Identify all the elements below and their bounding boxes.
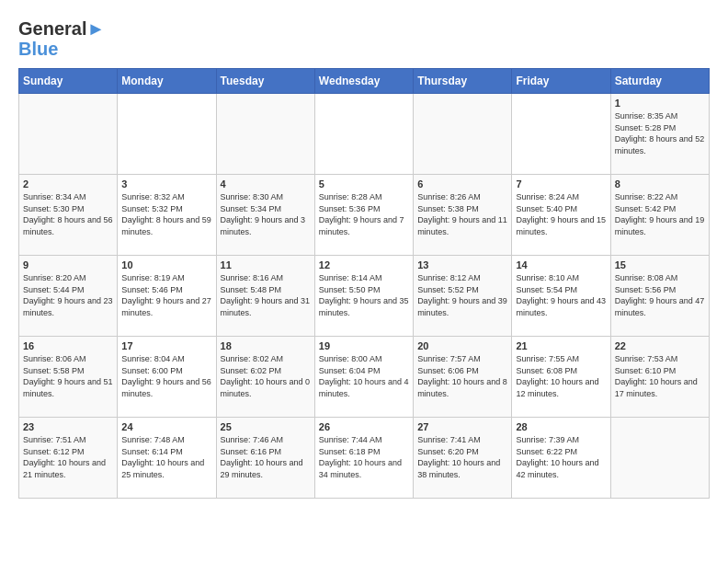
calendar-week-1: 1Sunrise: 8:35 AM Sunset: 5:28 PM Daylig… bbox=[19, 94, 710, 175]
day-number: 19 bbox=[319, 340, 409, 351]
day-info: Sunrise: 8:19 AM Sunset: 5:46 PM Dayligh… bbox=[121, 272, 211, 318]
calendar-header-row: SundayMondayTuesdayWednesdayThursdayFrid… bbox=[19, 69, 710, 94]
logo-line1: General► bbox=[18, 18, 105, 39]
day-info: Sunrise: 8:34 AM Sunset: 5:30 PM Dayligh… bbox=[23, 191, 113, 237]
day-info: Sunrise: 8:00 AM Sunset: 6:04 PM Dayligh… bbox=[319, 353, 409, 399]
calendar-header-monday: Monday bbox=[118, 69, 216, 94]
logo: General► Blue bbox=[18, 18, 105, 59]
day-info: Sunrise: 8:16 AM Sunset: 5:48 PM Dayligh… bbox=[221, 272, 311, 318]
day-info: Sunrise: 8:14 AM Sunset: 5:50 PM Dayligh… bbox=[319, 272, 409, 318]
calendar-header-tuesday: Tuesday bbox=[216, 69, 314, 94]
day-number: 8 bbox=[615, 178, 705, 190]
calendar-cell: 27Sunrise: 7:41 AM Sunset: 6:20 PM Dayli… bbox=[414, 418, 512, 499]
calendar-cell bbox=[314, 94, 413, 175]
day-info: Sunrise: 8:35 AM Sunset: 5:28 PM Dayligh… bbox=[615, 110, 705, 156]
day-info: Sunrise: 8:20 AM Sunset: 5:44 PM Dayligh… bbox=[23, 272, 113, 318]
page-header: General► Blue bbox=[18, 18, 710, 59]
calendar-body: 1Sunrise: 8:35 AM Sunset: 5:28 PM Daylig… bbox=[19, 94, 710, 499]
day-info: Sunrise: 7:48 AM Sunset: 6:14 PM Dayligh… bbox=[121, 434, 211, 480]
day-number: 22 bbox=[615, 340, 705, 351]
day-info: Sunrise: 8:06 AM Sunset: 5:58 PM Dayligh… bbox=[23, 353, 113, 399]
calendar-cell bbox=[512, 94, 610, 175]
calendar-cell bbox=[414, 94, 512, 175]
day-number: 25 bbox=[221, 421, 311, 432]
day-number: 23 bbox=[23, 421, 113, 432]
day-number: 16 bbox=[23, 340, 113, 351]
day-info: Sunrise: 8:22 AM Sunset: 5:42 PM Dayligh… bbox=[615, 191, 705, 237]
day-number: 6 bbox=[417, 178, 507, 190]
day-info: Sunrise: 8:28 AM Sunset: 5:36 PM Dayligh… bbox=[319, 191, 409, 237]
day-info: Sunrise: 7:41 AM Sunset: 6:20 PM Dayligh… bbox=[417, 434, 507, 480]
day-number: 11 bbox=[221, 259, 311, 270]
calendar-cell: 14Sunrise: 8:10 AM Sunset: 5:54 PM Dayli… bbox=[512, 256, 610, 337]
calendar-week-5: 23Sunrise: 7:51 AM Sunset: 6:12 PM Dayli… bbox=[19, 418, 710, 499]
day-number: 10 bbox=[121, 259, 211, 270]
calendar-cell: 25Sunrise: 7:46 AM Sunset: 6:16 PM Dayli… bbox=[216, 418, 314, 499]
day-number: 15 bbox=[615, 259, 705, 270]
day-number: 12 bbox=[319, 259, 409, 270]
day-info: Sunrise: 8:08 AM Sunset: 5:56 PM Dayligh… bbox=[615, 272, 705, 318]
calendar-cell: 22Sunrise: 7:53 AM Sunset: 6:10 PM Dayli… bbox=[610, 337, 709, 418]
calendar-cell: 16Sunrise: 8:06 AM Sunset: 5:58 PM Dayli… bbox=[19, 337, 118, 418]
day-info: Sunrise: 8:10 AM Sunset: 5:54 PM Dayligh… bbox=[516, 272, 606, 318]
calendar-cell: 3Sunrise: 8:32 AM Sunset: 5:32 PM Daylig… bbox=[118, 175, 216, 256]
calendar-cell: 13Sunrise: 8:12 AM Sunset: 5:52 PM Dayli… bbox=[414, 256, 512, 337]
calendar-cell: 11Sunrise: 8:16 AM Sunset: 5:48 PM Dayli… bbox=[216, 256, 314, 337]
day-number: 1 bbox=[615, 98, 705, 109]
day-number: 3 bbox=[121, 178, 211, 190]
day-number: 24 bbox=[121, 421, 211, 432]
calendar-week-2: 2Sunrise: 8:34 AM Sunset: 5:30 PM Daylig… bbox=[19, 175, 710, 256]
calendar-cell: 6Sunrise: 8:26 AM Sunset: 5:38 PM Daylig… bbox=[414, 175, 512, 256]
day-number: 4 bbox=[221, 178, 311, 190]
day-info: Sunrise: 7:53 AM Sunset: 6:10 PM Dayligh… bbox=[615, 353, 705, 399]
calendar-cell: 15Sunrise: 8:08 AM Sunset: 5:56 PM Dayli… bbox=[610, 256, 709, 337]
day-info: Sunrise: 8:02 AM Sunset: 6:02 PM Dayligh… bbox=[221, 353, 311, 399]
calendar-cell: 10Sunrise: 8:19 AM Sunset: 5:46 PM Dayli… bbox=[118, 256, 216, 337]
calendar-cell: 24Sunrise: 7:48 AM Sunset: 6:14 PM Dayli… bbox=[118, 418, 216, 499]
day-number: 21 bbox=[516, 340, 606, 351]
calendar-cell: 18Sunrise: 8:02 AM Sunset: 6:02 PM Dayli… bbox=[216, 337, 314, 418]
calendar-week-4: 16Sunrise: 8:06 AM Sunset: 5:58 PM Dayli… bbox=[19, 337, 710, 418]
day-info: Sunrise: 8:12 AM Sunset: 5:52 PM Dayligh… bbox=[417, 272, 507, 318]
logo-line2: Blue bbox=[18, 39, 105, 59]
calendar-cell: 20Sunrise: 7:57 AM Sunset: 6:06 PM Dayli… bbox=[414, 337, 512, 418]
calendar-cell: 23Sunrise: 7:51 AM Sunset: 6:12 PM Dayli… bbox=[19, 418, 118, 499]
day-info: Sunrise: 8:24 AM Sunset: 5:40 PM Dayligh… bbox=[516, 191, 606, 237]
calendar-cell: 17Sunrise: 8:04 AM Sunset: 6:00 PM Dayli… bbox=[118, 337, 216, 418]
day-info: Sunrise: 8:32 AM Sunset: 5:32 PM Dayligh… bbox=[121, 191, 211, 237]
calendar-cell bbox=[118, 94, 216, 175]
day-number: 7 bbox=[516, 178, 606, 190]
calendar-cell: 8Sunrise: 8:22 AM Sunset: 5:42 PM Daylig… bbox=[610, 175, 709, 256]
day-number: 20 bbox=[417, 340, 507, 351]
day-info: Sunrise: 8:30 AM Sunset: 5:34 PM Dayligh… bbox=[221, 191, 311, 237]
day-info: Sunrise: 7:44 AM Sunset: 6:18 PM Dayligh… bbox=[319, 434, 409, 480]
day-number: 17 bbox=[121, 340, 211, 351]
calendar-cell: 26Sunrise: 7:44 AM Sunset: 6:18 PM Dayli… bbox=[314, 418, 413, 499]
calendar-week-3: 9Sunrise: 8:20 AM Sunset: 5:44 PM Daylig… bbox=[19, 256, 710, 337]
calendar-cell: 21Sunrise: 7:55 AM Sunset: 6:08 PM Dayli… bbox=[512, 337, 610, 418]
day-number: 5 bbox=[319, 178, 409, 190]
calendar-header-wednesday: Wednesday bbox=[314, 69, 413, 94]
day-number: 2 bbox=[23, 178, 113, 190]
day-number: 27 bbox=[417, 421, 507, 432]
calendar-header-saturday: Saturday bbox=[610, 69, 709, 94]
calendar-cell: 5Sunrise: 8:28 AM Sunset: 5:36 PM Daylig… bbox=[314, 175, 413, 256]
day-info: Sunrise: 7:39 AM Sunset: 6:22 PM Dayligh… bbox=[516, 434, 606, 480]
calendar-cell bbox=[610, 418, 709, 499]
calendar-cell: 4Sunrise: 8:30 AM Sunset: 5:34 PM Daylig… bbox=[216, 175, 314, 256]
calendar-cell: 28Sunrise: 7:39 AM Sunset: 6:22 PM Dayli… bbox=[512, 418, 610, 499]
calendar-header-friday: Friday bbox=[512, 69, 610, 94]
calendar-cell: 1Sunrise: 8:35 AM Sunset: 5:28 PM Daylig… bbox=[610, 94, 709, 175]
calendar-cell bbox=[19, 94, 118, 175]
calendar-header-thursday: Thursday bbox=[414, 69, 512, 94]
day-number: 9 bbox=[23, 259, 113, 270]
calendar-cell: 7Sunrise: 8:24 AM Sunset: 5:40 PM Daylig… bbox=[512, 175, 610, 256]
day-info: Sunrise: 7:51 AM Sunset: 6:12 PM Dayligh… bbox=[23, 434, 113, 480]
day-info: Sunrise: 7:57 AM Sunset: 6:06 PM Dayligh… bbox=[417, 353, 507, 399]
day-number: 28 bbox=[516, 421, 606, 432]
day-number: 13 bbox=[417, 259, 507, 270]
day-number: 26 bbox=[319, 421, 409, 432]
calendar-cell bbox=[216, 94, 314, 175]
day-info: Sunrise: 8:26 AM Sunset: 5:38 PM Dayligh… bbox=[417, 191, 507, 237]
calendar-table: SundayMondayTuesdayWednesdayThursdayFrid… bbox=[18, 68, 710, 499]
